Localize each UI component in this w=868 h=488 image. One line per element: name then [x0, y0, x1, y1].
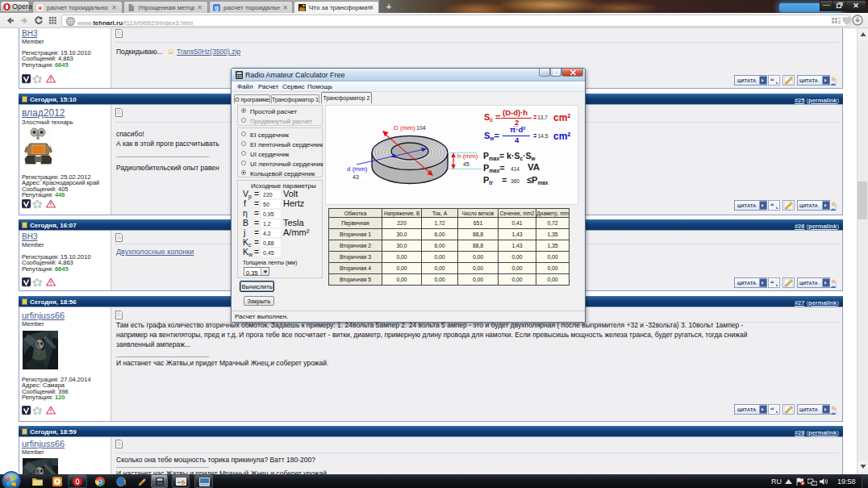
svg-text:43: 43 [353, 174, 359, 180]
svg-text:104: 104 [416, 125, 426, 131]
svg-text:h (mm): h (mm) [457, 152, 478, 160]
svg-text:D (mm): D (mm) [394, 124, 415, 131]
svg-text:g: g [215, 4, 219, 11]
svg-text:45: 45 [463, 161, 469, 167]
svg-text:d (mm): d (mm) [347, 165, 368, 173]
svg-text:Я: Я [38, 5, 42, 11]
